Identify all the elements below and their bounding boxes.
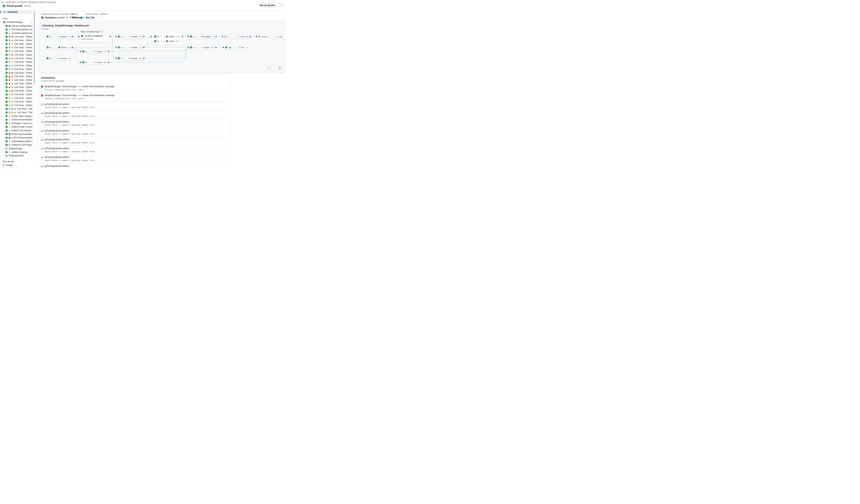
sidebar-job-item[interactable]: Intermediate Artifact Cleanup bbox=[1, 140, 32, 143]
graph-node-latex-doc[interactable]: S... / ... /LaTeX Docume...51s bbox=[153, 39, 181, 43]
sidebar-job-item[interactable]: Extract configurations from p... bbox=[1, 24, 32, 28]
graph-node-extract[interactable]: S... / ... /Extract configur...4s bbox=[45, 45, 72, 49]
sidebar-job-item[interactable]: Unit Tests - Python 3.13 bbox=[1, 103, 32, 107]
rerun-all-jobs-button[interactable]: Re-run all jobs bbox=[257, 3, 277, 8]
sidebar-scrollbar-thumb[interactable] bbox=[34, 11, 35, 85]
sidebar-job-item[interactable]: Unit Tests - Python 3.9 bbox=[1, 35, 32, 39]
sidebar-job-item[interactable]: Unit Tests - Python 3.13 bbox=[1, 49, 32, 53]
kebab-menu-button[interactable] bbox=[279, 3, 285, 8]
sidebar-job-item[interactable]: Unit Tests - Python 3.12 bbox=[1, 46, 32, 49]
annotation-job: Check documentation coverage bbox=[82, 85, 114, 88]
check-circle-icon bbox=[5, 72, 8, 74]
annotation-title[interactable]: pyTooling/upload-artifact bbox=[41, 120, 228, 123]
sidebar-job-item[interactable]: Unit Tests - Python 3.12 bbox=[1, 107, 32, 111]
actor-action: pushed bbox=[57, 16, 64, 19]
artifacts-value: – bbox=[100, 16, 108, 19]
sidebar-job-item[interactable]: Check Static Typing using Pyt... bbox=[1, 114, 32, 118]
macos-green-icon bbox=[9, 101, 11, 103]
connection-dot bbox=[78, 36, 80, 37]
show-all-jobs-link[interactable]: Show all jobs bbox=[81, 38, 108, 40]
sidebar-job-item[interactable]: Artifact Cleanup bbox=[1, 150, 32, 154]
sidebar-item-workflow-file[interactable]: Workflow file bbox=[1, 167, 32, 168]
graph-node-gen-top[interactable]: S... / ... /Generate pipelin...0s bbox=[45, 34, 72, 39]
sidebar-job-item[interactable]: PublishOnPyPI bbox=[1, 154, 32, 158]
graph-node-publish-ghpages[interactable]: S... / ... /Publish to GH-P...7s bbox=[188, 34, 216, 39]
graph-node-check-doc[interactable]: S... / ... /Check docume...18s bbox=[81, 60, 108, 64]
check-circle-icon bbox=[46, 35, 49, 38]
graph-node-artifact-cleanup[interactable]: Sim... / ... /Artifact Cleanup4s bbox=[224, 45, 249, 49]
sidebar-job-item[interactable]: Unit Tests - Python 3.9 bbox=[1, 71, 32, 75]
sidebar-job-item[interactable]: ReleasePage bbox=[1, 147, 32, 150]
sidebar-job-item[interactable]: Unit Tests - Python 3.10 bbox=[1, 39, 32, 42]
sidebar-job-item[interactable]: Unit Tests - Python 3.12 bbox=[1, 111, 32, 114]
chevron-up-icon[interactable] bbox=[30, 21, 32, 23]
dot-red-icon bbox=[11, 54, 13, 56]
connection-dot bbox=[115, 47, 117, 48]
sidebar-job-item[interactable]: Unit Tests - Python 3.12 bbox=[1, 64, 32, 68]
sidebar-job-item[interactable]: Check documentation covera... bbox=[1, 118, 32, 121]
breadcrumb-link[interactable]: Verification of Pipeline Templates (Simp… bbox=[5, 1, 56, 3]
sidebar-job-item[interactable]: Generate pipeline parameters bbox=[1, 28, 32, 31]
annotation-title[interactable]: SimplePackage / DocCoverage /Check docum… bbox=[41, 94, 228, 97]
sidebar-job-item[interactable]: Unit Tests - Python 3.13 bbox=[1, 85, 32, 89]
annotation-job: pyTooling/upload-artifact bbox=[44, 156, 69, 158]
annotation-title[interactable]: pyTooling/upload-artifact bbox=[41, 147, 228, 150]
sidebar-job-item[interactable]: Publish Code Coverage Results bbox=[1, 125, 32, 129]
annotation-item-warning: pyTooling/upload-artifactmacOS doesn't s… bbox=[38, 119, 230, 128]
graph-node-publish-pypi[interactable]: Simple... / ... /Publish to PyPI bbox=[257, 34, 284, 39]
annotation-job: pyTooling/upload-artifact bbox=[44, 147, 69, 150]
annotation-title[interactable]: pyTooling/upload-artifact bbox=[41, 129, 228, 132]
graph-node-check-static[interactable]: S... / ... /Check Static Ty...17s bbox=[81, 49, 108, 54]
matrix-node[interactable]: 22 jobs completedShow all jobs bbox=[79, 33, 110, 42]
graph-node-intermediate-cleanup[interactable]: S... / ... /Intermediate A...16s bbox=[188, 45, 216, 49]
sidebar-job-item[interactable]: Package in Source and Wheel... bbox=[1, 121, 32, 125]
graph-node-gen-bottom[interactable]: S... / ... /Generate pipelin...0s bbox=[45, 56, 72, 60]
sidebar-job-item[interactable]: Unit Tests - Python 3.10 bbox=[1, 74, 32, 78]
connection-dot bbox=[188, 47, 189, 48]
graph-node-publish-codecov[interactable]: S... / ... /Publish Code C...20s bbox=[116, 34, 144, 39]
zoom-out-button[interactable] bbox=[273, 66, 277, 70]
fullscreen-button[interactable] bbox=[267, 66, 271, 71]
sidebar-job-item[interactable]: Unit Tests - Python 3.12 bbox=[1, 82, 32, 86]
sidebar-job-item[interactable]: Unit Tests - Python 3.11 bbox=[1, 42, 32, 46]
graph-node-html-doc[interactable]: S... / ... /HTML Docume...55s bbox=[153, 34, 181, 39]
sidebar-job-item[interactable]: Unit Tests - Python 3.10 bbox=[1, 57, 32, 60]
annotation-title[interactable]: pyTooling/upload-artifact bbox=[41, 112, 228, 114]
sidebar-job-item[interactable]: Unit Tests - Python 3.11 bbox=[1, 96, 32, 100]
sidebar-item-summary[interactable]: Summary bbox=[1, 10, 32, 14]
check-circle-icon bbox=[5, 129, 8, 132]
sidebar-item-usage[interactable]: Usage bbox=[1, 163, 32, 167]
graph-node-package[interactable]: S... / ... /Package in Sou...18s bbox=[116, 56, 144, 60]
sidebar-job-item[interactable]: Unit Tests - Python 3.11 bbox=[1, 60, 32, 64]
scrollbar-up-icon[interactable] bbox=[33, 9, 35, 11]
annotation-title[interactable]: pyTooling/upload-artifact bbox=[41, 103, 228, 105]
actor-name[interactable]: Paebbels bbox=[45, 16, 56, 19]
node-duration: 55s bbox=[175, 35, 180, 38]
check-circle-icon bbox=[190, 35, 192, 38]
back-arrow-icon[interactable] bbox=[2, 1, 4, 3]
sidebar-job-item[interactable]: Unit Tests - Python 3.11 bbox=[1, 78, 32, 82]
sidebar-job-item[interactable]: HTML Documentation using ... bbox=[1, 132, 32, 136]
annotation-title[interactable]: pyTooling/upload-artifact bbox=[41, 156, 228, 158]
sidebar-group-simplepackage[interactable]: SimplePackage bbox=[1, 20, 32, 24]
graph-node-create-release[interactable]: S... / ... /Create 'Release Pa... bbox=[223, 34, 250, 39]
annotation-title[interactable]: pyTooling/upload-artifact bbox=[41, 165, 228, 167]
annotation-title[interactable]: SimplePackage / DocCoverage /Check docum… bbox=[41, 85, 228, 88]
connection-dot bbox=[188, 36, 189, 37]
annotation-title[interactable]: pyTooling/upload-artifact bbox=[41, 138, 228, 141]
sidebar-job-item[interactable]: Unit Tests - Python 3.10 bbox=[1, 92, 32, 96]
graph-node-publish-test[interactable]: S... / ... /Publish Test Re...13s bbox=[116, 45, 144, 49]
sidebar-job-item[interactable]: Generate pipeline parameters bbox=[1, 31, 32, 35]
sidebar-job-item[interactable]: Publish Test Results bbox=[1, 129, 32, 132]
sidebar-job-item[interactable]: Unit Tests - Python 3.9 bbox=[1, 53, 32, 57]
sidebar-job-item[interactable]: LaTeX Documentation using ... bbox=[1, 136, 32, 140]
avatar[interactable] bbox=[41, 16, 44, 19]
sidebar-job-item[interactable]: Unit Tests - Python 3.9 bbox=[1, 89, 32, 93]
check-circle-icon bbox=[5, 122, 8, 125]
sidebar-job-item[interactable]: Publish to GH-Pages bbox=[1, 143, 32, 147]
sidebar-job-item[interactable]: Unit Tests - Python 3.13 bbox=[1, 67, 32, 71]
trash-icon bbox=[239, 46, 241, 48]
zoom-in-button[interactable] bbox=[277, 66, 282, 70]
job-label: Unit Tests - Python 3.12 bbox=[14, 46, 32, 49]
sidebar-job-item[interactable]: Unit Tests - Python 3.12 bbox=[1, 100, 32, 103]
